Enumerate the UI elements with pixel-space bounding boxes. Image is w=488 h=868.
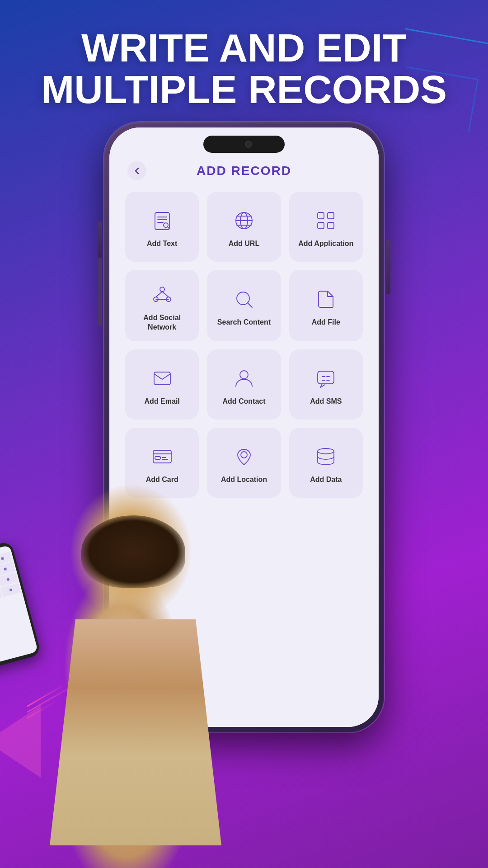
contact-icon (232, 366, 256, 391)
record-item-add-sms[interactable]: Add SMS (289, 349, 363, 420)
small-phone-grid (0, 552, 21, 607)
svg-rect-14 (328, 222, 334, 229)
search-icon (232, 287, 256, 311)
phone-outer-shell: ADD RECORD (104, 122, 384, 732)
app-screen: ADD RECORD (109, 127, 379, 727)
record-item-add-card[interactable]: Add Card (125, 428, 199, 498)
svg-rect-32 (155, 457, 160, 459)
records-grid: Add Text Add (123, 192, 365, 498)
record-item-add-text[interactable]: Add Text (125, 192, 199, 262)
file-icon (314, 287, 338, 311)
svg-line-22 (248, 303, 252, 307)
record-item-add-email[interactable]: Add Email (125, 349, 199, 420)
location-icon (232, 444, 256, 469)
camera-dot (245, 141, 252, 148)
add-url-label: Add URL (229, 239, 259, 249)
app-icon (314, 208, 338, 233)
svg-line-19 (162, 292, 169, 297)
email-icon (150, 366, 174, 391)
add-sms-label: Add SMS (310, 397, 342, 406)
record-item-add-location[interactable]: Add Location (207, 428, 281, 498)
phone-mockup: ADD RECORD (104, 122, 384, 732)
record-item-add-contact[interactable]: Add Contact (207, 349, 281, 420)
add-email-label: Add Email (145, 397, 180, 406)
phone-notch (203, 136, 285, 153)
search-content-label: Search Content (217, 318, 271, 327)
add-contact-label: Add Contact (222, 397, 265, 406)
small-phone-screen: ADD RECORD (0, 545, 38, 666)
headline: WRITE AND EDIT MULTIPLE RECORDS (0, 27, 488, 111)
record-item-add-file[interactable]: Add File (289, 270, 363, 341)
social-icon (150, 283, 174, 307)
sms-icon (314, 366, 338, 391)
app-header: ADD RECORD (123, 164, 365, 178)
svg-rect-12 (328, 212, 334, 219)
svg-point-35 (241, 452, 247, 458)
app-title: ADD RECORD (197, 164, 291, 178)
headline-line2: MULTIPLE RECORDS (27, 69, 461, 110)
svg-point-24 (240, 371, 248, 379)
record-item-add-social[interactable]: Add Social Network (125, 270, 199, 341)
add-social-label: Add Social Network (132, 313, 192, 332)
add-location-label: Add Location (221, 475, 267, 485)
record-item-add-application[interactable]: Add Application (289, 192, 363, 262)
add-file-label: Add File (312, 318, 340, 327)
add-card-label: Add Card (146, 475, 178, 485)
svg-rect-25 (318, 371, 334, 384)
decorative-lines (27, 706, 90, 723)
add-application-label: Add Application (298, 239, 353, 249)
add-data-label: Add Data (310, 475, 342, 485)
svg-point-15 (160, 287, 164, 292)
record-item-add-url[interactable]: Add URL (207, 192, 281, 262)
data-icon (314, 444, 338, 469)
text-icon (150, 208, 174, 233)
phone-inner-screen: ADD RECORD (109, 127, 379, 727)
svg-line-18 (156, 292, 162, 297)
small-phone-in-hand: ADD RECORD (0, 541, 41, 670)
headline-line1: WRITE AND EDIT (27, 27, 461, 69)
add-text-label: Add Text (147, 239, 177, 249)
svg-rect-23 (154, 372, 170, 385)
url-icon (232, 208, 256, 233)
svg-rect-11 (318, 212, 324, 219)
back-button[interactable] (127, 161, 146, 180)
svg-point-36 (318, 448, 334, 454)
card-icon (150, 444, 174, 469)
record-item-search-content[interactable]: Search Content (207, 270, 281, 341)
record-item-add-data[interactable]: Add Data (289, 428, 363, 498)
svg-rect-13 (318, 222, 324, 229)
